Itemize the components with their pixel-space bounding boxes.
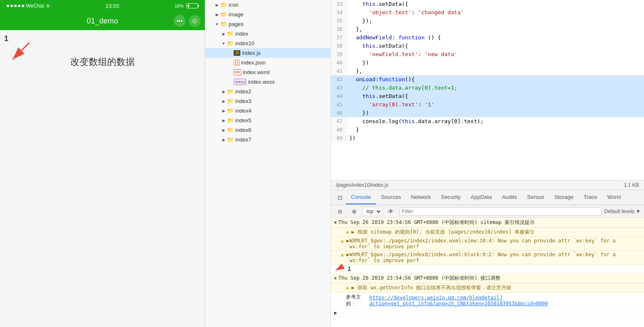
console-group-api-text: Thu Sep 26 2019 23:54:56 GMT+0800 (中国标准时… [338, 275, 500, 282]
wifi-icon: 令 [46, 3, 50, 9]
tree-item-pages[interactable]: ▼ 📁 pages [205, 19, 330, 29]
tree-item-index4[interactable]: ▶ 📁 index4 [205, 106, 330, 116]
filter-input[interactable] [399, 207, 602, 216]
line-num-35: 35 [331, 17, 348, 25]
tab-wxml[interactable]: Wxml [602, 191, 626, 204]
tree-label-index7: index7 [235, 136, 251, 143]
line-num-38: 38 [331, 42, 348, 50]
tree-item-index6[interactable]: ▶ 📁 index6 [205, 125, 330, 135]
tree-arrow-index: ▶ [220, 32, 227, 36]
group-arrow-sitemap[interactable]: ▼ [334, 220, 337, 225]
line-content-36: }, [348, 25, 644, 33]
tab-trace[interactable]: Trace [579, 191, 603, 204]
line-num-45: 45 [331, 100, 348, 109]
devtools-inspect-button[interactable]: ⊡ [334, 192, 346, 203]
line-num-34: 34 [331, 8, 348, 17]
default-levels-chevron: ▼ [636, 209, 641, 214]
line-num-43: 43 [331, 84, 348, 92]
battery-icon [186, 3, 198, 8]
tree-item-icon[interactable]: ▶ 📁 icon [205, 0, 330, 10]
folder-icon-index5: 📁 [227, 117, 234, 124]
json-file-icon: {} [234, 59, 240, 66]
tree-item-index10-js[interactable]: JS index.js [205, 48, 330, 58]
tree-label-pages: pages [229, 21, 243, 27]
tree-item-index2[interactable]: ▶ 📁 index2 [205, 87, 330, 96]
console-arrow-line[interactable]: ▶ [331, 309, 644, 317]
svg-line-1 [13, 43, 29, 59]
console-ref-link[interactable]: https://developers.weixin.qq.com/blogdet… [369, 295, 641, 306]
line-num-36: 36 [331, 25, 348, 33]
tree-label-index10-wxml: index.wxml [243, 69, 270, 75]
code-line-42: 42 onLoad:function(){ [331, 75, 644, 84]
tab-sensor[interactable]: Sensor [522, 191, 549, 204]
clear-console-button[interactable]: ⊘ [334, 206, 346, 217]
code-editor[interactable]: 33 this.setData({ 34 'object.text': 'cha… [331, 0, 644, 180]
more-button[interactable]: ••• [174, 15, 185, 27]
group-arrow-api[interactable]: ▼ [334, 276, 337, 281]
tab-network[interactable]: Network [406, 191, 436, 204]
tree-item-index10-wxml[interactable]: <> index.wxml [205, 67, 330, 77]
tree-label-index10: index10 [235, 40, 255, 46]
line-num-42: 42 [331, 75, 348, 84]
code-line-40: 40 }) [331, 59, 644, 67]
tab-console-label: Console [351, 194, 371, 200]
phone-header-icons: ••• ⊙ [174, 15, 201, 27]
tree-item-index5[interactable]: ▶ 📁 index5 [205, 116, 330, 125]
default-levels-button[interactable]: Default levels ▼ [604, 209, 641, 214]
tab-console[interactable]: Console [346, 191, 376, 204]
code-line-37: 37 addNewField: function () { [331, 33, 644, 42]
stop-button[interactable]: ⊗ [348, 206, 360, 217]
console-group-sitemap: ▼ Thu Sep 26 2019 23:54:56 GMT+0800 (中国标… [331, 218, 644, 228]
tree-item-index10-json[interactable]: {} index.json [205, 58, 330, 67]
warning-icon-sitemap: ▲ [346, 229, 349, 234]
tab-appdata[interactable]: AppData [466, 191, 497, 204]
phone-number-badge: 1 [4, 34, 201, 43]
code-line-39: 39 'newField.text': 'new data' [331, 50, 644, 59]
tree-item-image[interactable]: ▶ 📁 image [205, 10, 330, 19]
eye-button[interactable]: 👁 [385, 206, 397, 217]
line-content-40: }) [348, 59, 644, 67]
tree-item-index10-wxss[interactable]: wxss index.wxss [205, 77, 330, 87]
code-line-38: 38 this.setData({ [331, 42, 644, 50]
folder-icon-index3: 📁 [227, 98, 234, 104]
code-line-44: 44 this.setData({ [331, 92, 644, 100]
tree-spacer-js [227, 51, 234, 55]
console-warning-sitemap: ▲ ▶ 根据 sitemap 的规则[0], 当前页面 [pages/index… [331, 228, 644, 237]
tree-spacer-wxml [227, 70, 234, 75]
tree-arrow-index6: ▶ [220, 128, 227, 132]
tab-security-label: Security [441, 194, 461, 200]
console-warning-wxmlrt1: ▲ ▶WXMLRT_$gwx:./pages/index2/index.wxml… [331, 237, 644, 251]
tree-arrow-index4: ▶ [220, 109, 227, 113]
line-content-38: this.setData({ [348, 42, 644, 50]
tree-item-index7[interactable]: ▶ 📁 index7 [205, 135, 330, 144]
file-tree-panel: ▶ 📁 icon ▶ 📁 image ▼ 📁 pages ▶ 📁 index ▼… [205, 0, 331, 327]
signal-dot-3 [14, 5, 17, 7]
tree-label-index5: index5 [235, 117, 251, 124]
line-content-44: this.setData({ [348, 92, 644, 100]
folder-icon-icon: 📁 [220, 2, 227, 8]
line-content-47: console.log(this.data.array[0].text); [348, 117, 644, 126]
line-num-44: 44 [331, 92, 348, 100]
svg-line-3 [336, 266, 343, 270]
tab-storage[interactable]: Storage [549, 191, 579, 204]
console-warning-wxmlrt1-text: ▶WXMLRT_$gwx:./pages/index2/index.wxml:v… [346, 238, 641, 250]
record-button[interactable]: ⊙ [189, 15, 201, 27]
tab-audits[interactable]: Audits [497, 191, 522, 204]
tab-network-label: Network [411, 194, 431, 200]
tree-item-index3[interactable]: ▶ 📁 index3 [205, 96, 330, 106]
tab-security[interactable]: Security [436, 191, 466, 204]
tab-wxml-label: Wxml [607, 194, 621, 200]
console-warning-sitemap-text: ▶ 根据 sitemap 的规则[0], 当前页面 [pages/index10… [351, 229, 535, 236]
console-warning-userinfo: ▲ ▶ 获取 wx.getUserInfo 接口后续将不再出现授权弹窗，请注意升… [331, 283, 644, 293]
tree-item-index10[interactable]: ▼ 📁 index10 [205, 39, 330, 48]
js-file-icon: JS [234, 50, 240, 56]
tab-sources[interactable]: Sources [376, 191, 406, 204]
console-expand-arrow[interactable]: ▶ [334, 310, 337, 316]
file-path-bar: /pages/index10/index.js 1.1 KB [331, 180, 644, 190]
folder-icon-pages: 📁 [220, 21, 227, 27]
tree-arrow-index3: ▶ [220, 99, 227, 103]
console-log-number: 1 [348, 265, 351, 272]
code-line-43: 43 // this.data.array[0].text=1; [331, 84, 644, 92]
tree-item-index[interactable]: ▶ 📁 index [205, 29, 330, 39]
context-selector[interactable]: top [363, 207, 382, 216]
